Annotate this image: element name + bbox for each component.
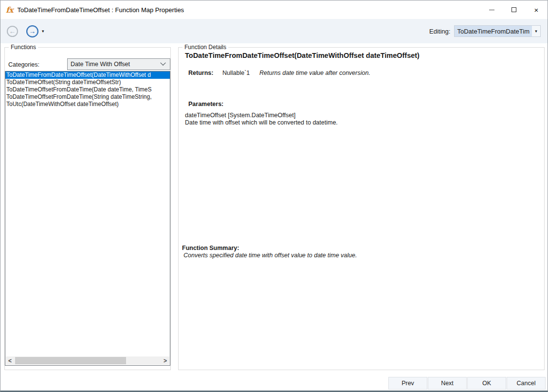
scroll-left-icon[interactable]: < bbox=[6, 356, 14, 365]
functions-groupbox: Functions Categories: Date Time With Off… bbox=[4, 47, 171, 370]
returns-row: Returns: Nullable`1 Returns date time va… bbox=[188, 70, 370, 76]
categories-label: Categories: bbox=[8, 61, 39, 68]
function-details-groupbox: Function Details ToDateTimeFromDateTimeO… bbox=[178, 47, 545, 370]
footer-button-row: Prev Next OK Cancel bbox=[388, 377, 546, 390]
categories-combobox[interactable]: Date Time With Offset bbox=[67, 58, 170, 70]
list-item[interactable]: ToDateTimeOffsetFromDateTime(String date… bbox=[5, 93, 170, 101]
forward-button[interactable]: → bbox=[26, 25, 38, 37]
function-summary-label: Function Summary: bbox=[182, 245, 239, 251]
minimize-button[interactable] bbox=[480, 0, 503, 19]
minimize-icon bbox=[489, 10, 494, 10]
back-button[interactable]: ← bbox=[7, 26, 18, 37]
next-button[interactable]: Next bbox=[428, 377, 467, 390]
forward-dropdown-caret-icon[interactable]: ▾ bbox=[42, 29, 44, 34]
functions-groupbox-title: Functions bbox=[9, 44, 38, 51]
scrollbar-thumb[interactable] bbox=[15, 357, 126, 364]
close-button[interactable]: × bbox=[525, 0, 548, 19]
function-summary-text: Converts specified date time with offset… bbox=[183, 252, 357, 259]
list-item[interactable]: ToDateTimeOffset(String dateTimeOffsetSt… bbox=[5, 79, 170, 86]
parameters-label: Parameters: bbox=[188, 101, 223, 107]
editing-combobox[interactable]: ToDateTimeFromDateTim ▾ bbox=[454, 25, 541, 37]
editing-area: Editing: ToDateTimeFromDateTim ▾ bbox=[429, 25, 541, 37]
editing-dropdown-caret-icon: ▾ bbox=[532, 26, 540, 36]
function-signature: ToDateTimeFromDateTimeOffset(DateTimeWit… bbox=[185, 52, 420, 59]
navigation-toolbar: ← → ▾ Editing: ToDateTimeFromDateTim ▾ bbox=[0, 19, 548, 43]
title-bar: fx ToDateTimeFromDateTimeOffset : Functi… bbox=[0, 0, 548, 19]
list-item[interactable]: ToDateTimeOffsetFromDateTime(Date dateTi… bbox=[5, 86, 170, 93]
forward-arrow-icon: → bbox=[29, 28, 36, 35]
maximize-icon bbox=[511, 7, 516, 12]
close-icon: × bbox=[534, 6, 539, 14]
editing-label: Editing: bbox=[429, 28, 450, 35]
list-item[interactable]: ToUtc(DateTimeWithOffset dateTimeOffset) bbox=[5, 101, 170, 108]
returns-description: Returns date time value after conversion… bbox=[259, 70, 370, 76]
chevron-down-icon bbox=[160, 60, 165, 66]
ok-button[interactable]: OK bbox=[467, 377, 506, 390]
cancel-button[interactable]: Cancel bbox=[507, 377, 546, 390]
list-item[interactable]: ToDateTimeFromDateTimeOffset(DateTimeWit… bbox=[5, 71, 170, 79]
horizontal-scrollbar[interactable]: < > bbox=[6, 356, 169, 365]
scroll-right-icon[interactable]: > bbox=[161, 356, 169, 365]
parameter-name: dateTimeOffset [System.DateTimeOffset] bbox=[185, 112, 295, 119]
maximize-button[interactable] bbox=[503, 0, 525, 19]
window-title: ToDateTimeFromDateTimeOffset : Function … bbox=[17, 6, 184, 14]
parameter-description: Date time with offset which will be conv… bbox=[185, 119, 338, 126]
functions-listbox: ToDateTimeFromDateTimeOffset(DateTimeWit… bbox=[5, 71, 170, 366]
window-controls: × bbox=[480, 0, 548, 19]
function-fx-icon: fx bbox=[6, 5, 13, 15]
editing-combobox-value: ToDateTimeFromDateTim bbox=[455, 26, 532, 36]
function-map-properties-dialog: fx ToDateTimeFromDateTimeOffset : Functi… bbox=[0, 0, 548, 392]
function-details-groupbox-title: Function Details bbox=[183, 44, 228, 51]
categories-combobox-value: Date Time With Offset bbox=[68, 61, 161, 68]
returns-type: Nullable`1 bbox=[222, 70, 259, 76]
prev-button[interactable]: Prev bbox=[388, 377, 427, 390]
returns-label: Returns: bbox=[188, 70, 222, 76]
back-arrow-icon: ← bbox=[9, 28, 16, 35]
